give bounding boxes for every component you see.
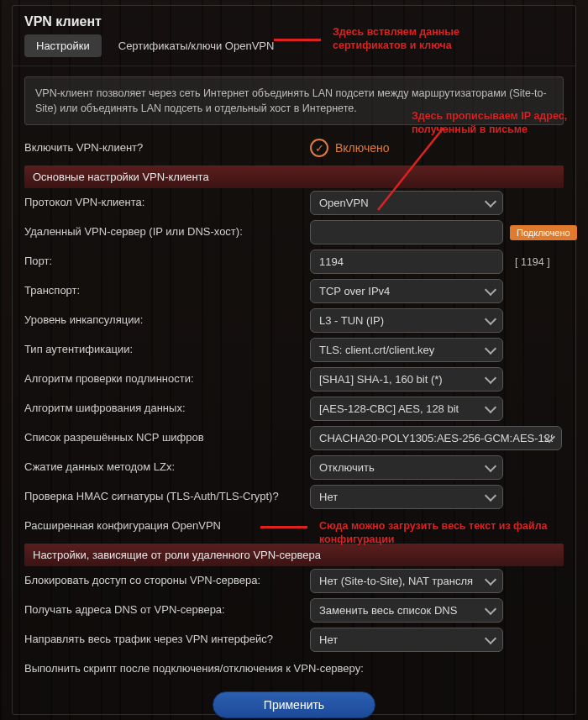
auth-label: Тип аутентификации: <box>24 343 302 357</box>
page-title: VPN клиент <box>13 6 575 34</box>
cipher-label: Алгоритм шифрования данных: <box>24 402 302 416</box>
dns-select[interactable]: Заменить весь список DNS <box>310 598 503 623</box>
script-label: Выполнить скрипт после подключения/отклю… <box>24 662 564 676</box>
ncp-select[interactable]: CHACHA20-POLY1305:AES-256-GCM:AES-128- <box>310 426 562 450</box>
section-role: Настройки, зависящие от роли удаленного … <box>24 544 564 566</box>
port-input[interactable] <box>310 250 503 274</box>
protocol-select[interactable]: OpenVPN <box>310 191 503 215</box>
check-icon <box>310 139 328 157</box>
port-hint: [ 1194 ] <box>515 256 550 268</box>
dns-label: Получать адреса DNS от VPN-сервера: <box>24 603 302 618</box>
block-select[interactable]: Нет (Site-to-Site), NAT трансля <box>310 569 503 593</box>
cipher-select[interactable]: [AES-128-CBC] AES, 128 bit <box>310 397 503 421</box>
vpn-client-panel: VPN клиент Настройки Сертификаты/ключи O… <box>12 5 576 715</box>
route-select[interactable]: Нет <box>310 628 503 652</box>
transport-label: Транспорт: <box>24 284 302 298</box>
tls-select[interactable]: Нет <box>310 485 503 509</box>
enable-label: Включить VPN-клиент? <box>24 141 302 155</box>
tls-label: Проверка HMAC сигнатуры (TLS-Auth/TLS-Cr… <box>24 490 302 504</box>
port-label: Порт: <box>24 255 302 269</box>
transport-select[interactable]: TCP over IPv4 <box>310 279 503 303</box>
ncp-label: Список разрешённых NCP шифров <box>24 431 302 445</box>
page-description: VPN-клиент позволяет через сеть Интернет… <box>24 76 564 125</box>
hmac-algo-label: Алгоритм проверки подлинности: <box>24 372 302 386</box>
route-label: Направлять весь трафик через VPN интерфе… <box>24 633 302 647</box>
protocol-label: Протокол VPN-клиента: <box>24 196 302 210</box>
hmac-algo-select[interactable]: [SHA1] SHA-1, 160 bit (*) <box>310 367 503 392</box>
block-label: Блокировать доступ со стороны VPN-сервер… <box>24 574 302 588</box>
enable-status: Включено <box>335 141 390 155</box>
encap-select[interactable]: L3 - TUN (IP) <box>310 308 503 333</box>
encap-label: Уровень инкапсуляции: <box>24 313 302 328</box>
tab-bar: Настройки Сертификаты/ключи OpenVPN <box>13 34 575 66</box>
lz-label: Сжатие данных методом LZx: <box>24 460 302 475</box>
server-input[interactable] <box>310 220 503 244</box>
connected-badge: Подключено <box>510 225 577 240</box>
enable-toggle[interactable]: Включено <box>310 139 390 157</box>
lz-select[interactable]: Отключить <box>310 455 503 480</box>
section-main: Основные настройки VPN-клиента <box>24 166 564 188</box>
extcfg-label: Расширенная конфигурация OpenVPN <box>24 519 302 533</box>
tab-settings[interactable]: Настройки <box>24 34 102 57</box>
apply-button[interactable]: Применить <box>213 691 375 718</box>
server-label: Удаленный VPN-сервер (IP или DNS-хост): <box>24 225 302 239</box>
auth-select[interactable]: TLS: client.crt/client.key <box>310 338 503 362</box>
tab-certs[interactable]: Сертификаты/ключи OpenVPN <box>107 34 286 57</box>
